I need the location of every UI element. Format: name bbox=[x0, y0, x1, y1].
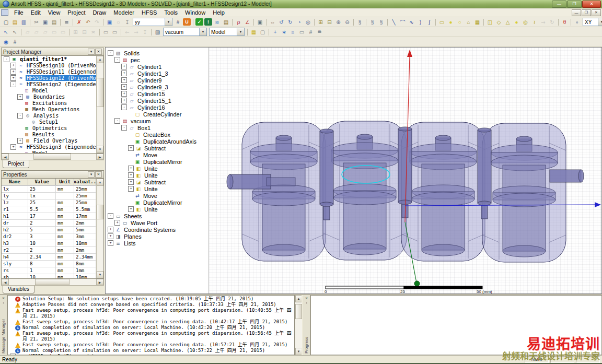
menu-view[interactable]: View bbox=[44, 9, 64, 16]
copy-image-icon[interactable]: § bbox=[368, 18, 377, 27]
menu-hfss[interactable]: HFSS bbox=[138, 9, 160, 16]
rotate-center-icon[interactable]: ↺ bbox=[277, 18, 286, 27]
tree-item-analysis[interactable]: -◎Analysis bbox=[2, 112, 96, 119]
zoom-previous-icon[interactable]: # bbox=[173, 18, 182, 27]
expand-toggle-icon[interactable]: + bbox=[128, 166, 134, 171]
expand-toggle-icon[interactable]: + bbox=[121, 77, 127, 83]
scroll-right-icon[interactable]: ▶ bbox=[96, 154, 103, 160]
scroll-right-icon[interactable]: ▶ bbox=[96, 279, 103, 285]
tree-item-model[interactable]: ◫Model bbox=[2, 150, 96, 153]
duplicate-around-axis-icon[interactable]: ⊟ bbox=[80, 28, 89, 37]
tree-item-excitations[interactable]: ▨Excitations bbox=[2, 100, 96, 106]
tree-item-cylinder9-3[interactable]: +▱Cylinder9_3 bbox=[106, 84, 209, 90]
feed-port-right[interactable] bbox=[550, 170, 584, 182]
tree-item-move[interactable]: ⇄Move bbox=[106, 151, 209, 158]
tree-item-optimetrics[interactable]: ▥Optimetrics bbox=[2, 125, 96, 131]
align-z-icon[interactable]: ↧ bbox=[141, 28, 149, 37]
tree-item-setup1[interactable]: ◎Setup1 bbox=[2, 119, 96, 125]
props-value-cell[interactable]: 17 bbox=[28, 213, 56, 219]
boolean-unite-icon[interactable]: ▭ bbox=[101, 28, 110, 37]
tree-item-lists[interactable]: +≣Lists bbox=[106, 240, 209, 246]
edit-rotate-icon[interactable]: ▱ bbox=[32, 28, 41, 37]
draw-arc-icon[interactable]: ⌒ bbox=[398, 18, 407, 27]
minimize-button[interactable]: — bbox=[552, 1, 566, 8]
child-close-button[interactable]: ✕ bbox=[592, 9, 601, 16]
panel-pin-icon[interactable]: ▾ bbox=[88, 171, 95, 178]
tree-item-cylinder9[interactable]: +▱Cylinder9 bbox=[106, 77, 209, 84]
shaded-view-icon[interactable]: ▨ bbox=[153, 28, 162, 37]
copy-icon[interactable]: ▣ bbox=[41, 18, 50, 27]
expand-toggle-icon[interactable]: - bbox=[108, 50, 113, 56]
draw-cone-icon[interactable]: △ bbox=[503, 18, 512, 27]
tree-item-cylinder1-3[interactable]: +▱Cylinder1_3 bbox=[106, 70, 209, 77]
snap-settings-icon[interactable]: # bbox=[306, 28, 315, 37]
message-warn[interactable]: !Adaptive Passes did not converge based … bbox=[9, 302, 294, 308]
tree-item-field-overlays[interactable]: +▧Field Overlays bbox=[2, 137, 96, 144]
zoom-out-icon[interactable]: ⊖ bbox=[343, 18, 352, 27]
cut-icon[interactable]: ✂ bbox=[32, 18, 41, 27]
message-warn[interactable]: !Fast sweep setup, process hf3d: Poor co… bbox=[9, 308, 294, 319]
tree-item-box1[interactable]: -▱Box1 bbox=[106, 124, 209, 131]
expand-toggle-icon[interactable]: + bbox=[10, 75, 16, 81]
expand-toggle-icon[interactable]: + bbox=[121, 91, 127, 97]
boolean-subtract-icon[interactable]: ▭ bbox=[110, 28, 119, 37]
scroll-down-icon[interactable]: ▼ bbox=[97, 146, 103, 153]
expand-toggle-icon[interactable]: - bbox=[10, 354, 16, 355]
cs-global-icon[interactable]: ≡ bbox=[288, 28, 297, 37]
props-value-cell[interactable]: 3 bbox=[28, 233, 56, 240]
expand-toggle-icon[interactable]: + bbox=[10, 144, 16, 150]
tree-item-coordinate-systems[interactable]: +∠Coordinate Systems bbox=[106, 226, 209, 233]
paste-icon[interactable]: ▤ bbox=[50, 18, 59, 27]
props-header-evaluat[interactable]: Evaluat... bbox=[74, 179, 96, 185]
expand-toggle-icon[interactable]: + bbox=[121, 84, 127, 90]
analyze-all-icon[interactable]: ! bbox=[204, 18, 212, 26]
tree-item-model[interactable]: ◫Model bbox=[2, 87, 96, 93]
draw-torus-icon[interactable]: ◎ bbox=[521, 18, 530, 27]
optimetrics-icon[interactable]: ≋ bbox=[213, 18, 222, 27]
open-file-icon[interactable]: ▤ bbox=[10, 18, 19, 27]
expand-toggle-icon[interactable]: - bbox=[121, 125, 127, 131]
message-warn[interactable]: !Fast sweep setup, process hf3d: Poor co… bbox=[9, 319, 294, 325]
results-icon[interactable]: ▤ bbox=[222, 18, 230, 27]
save-icon[interactable]: ▥ bbox=[19, 18, 28, 27]
zoom-in-icon[interactable]: ⊕ bbox=[334, 18, 343, 27]
expand-toggle-icon[interactable]: + bbox=[128, 145, 134, 151]
strip-pin-icon[interactable]: ▪ bbox=[304, 300, 309, 305]
rotate-view-icon[interactable]: ↻ bbox=[286, 18, 295, 27]
tree-item-unite[interactable]: +◧Unite bbox=[106, 185, 209, 192]
tree-item-unite[interactable]: +◧Unite bbox=[106, 165, 209, 172]
cavity-2[interactable] bbox=[323, 121, 407, 260]
redo-icon[interactable]: ↷ bbox=[92, 18, 101, 27]
menu-modeler[interactable]: Modeler bbox=[110, 9, 138, 16]
tree-item-mesh-operations[interactable]: ▦Mesh Operations bbox=[2, 106, 96, 112]
align-x-icon[interactable]: ⇐ bbox=[123, 28, 132, 37]
properties-hscrollbar[interactable]: ◀ ▶ bbox=[1, 279, 104, 286]
expand-toggle-icon[interactable]: + bbox=[128, 172, 134, 178]
expand-toggle-icon[interactable]: + bbox=[121, 71, 127, 76]
units-icon[interactable]: ≞ bbox=[315, 28, 324, 37]
align-y-icon[interactable]: ⇒ bbox=[132, 28, 141, 37]
draw-ellipse-icon[interactable]: ○ bbox=[455, 18, 464, 27]
tree-item-wave-port[interactable]: +▭Wave Port bbox=[106, 219, 209, 226]
sweep-vector-icon[interactable]: ⇒ bbox=[539, 18, 548, 27]
draw-equation-curve-icon[interactable]: ∫ bbox=[425, 18, 434, 27]
tree-item-duplicatearoundaxis[interactable]: ▣DuplicateAroundAxis bbox=[106, 138, 209, 145]
duplicate-along-line-icon[interactable]: ⊞ bbox=[71, 28, 80, 37]
new-file-icon[interactable]: ▢ bbox=[2, 18, 10, 27]
chevron-down-icon[interactable]: ▼ bbox=[598, 18, 602, 26]
tree-item-qianti-filter1[interactable]: -▣qianti_filter1* bbox=[2, 56, 96, 62]
export-image-icon[interactable]: § bbox=[377, 18, 386, 27]
hide-show-icon[interactable]: ◌ bbox=[114, 18, 123, 27]
cs-face-icon[interactable]: ∗ bbox=[280, 28, 288, 37]
select-object-icon[interactable]: ↖ bbox=[2, 28, 10, 37]
draw-polygon-icon[interactable]: ⌂ bbox=[464, 18, 473, 27]
scroll-up-icon[interactable]: ▲ bbox=[97, 179, 103, 186]
message-root-item[interactable]: -≈HFSSDesign2 (Eigenmode) bbox=[9, 354, 294, 355]
snap-center-icon[interactable]: ∘ bbox=[573, 18, 582, 27]
chevron-down-icon[interactable]: ▼ bbox=[237, 28, 244, 36]
props-header-value[interactable]: Value bbox=[28, 179, 56, 185]
props-value-cell[interactable]: 2 bbox=[28, 220, 56, 226]
expand-toggle-icon[interactable]: + bbox=[17, 138, 23, 144]
expand-toggle-icon[interactable]: - bbox=[10, 81, 16, 87]
expand-toggle-icon[interactable]: + bbox=[108, 240, 113, 246]
